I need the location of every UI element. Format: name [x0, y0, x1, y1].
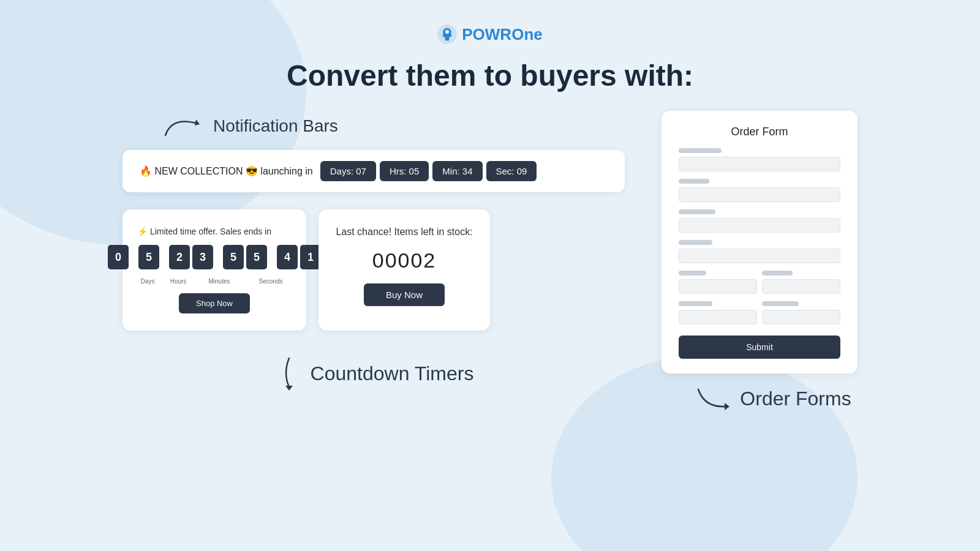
form-input-1[interactable] — [679, 157, 840, 171]
digit-3: 3 — [192, 245, 213, 269]
countdown-arrow-icon — [274, 355, 304, 392]
notif-pill-min: Min: 34 — [432, 161, 482, 181]
form-input-5b[interactable] — [762, 279, 840, 294]
digit-5: 5 — [138, 245, 159, 269]
notification-bar-text: 🔥 NEW COLLECTION 😎 launching in — [140, 165, 313, 177]
form-row-5 — [679, 271, 840, 294]
digit-1: 1 — [300, 245, 321, 269]
order-forms-label: Order Forms — [740, 388, 851, 410]
buy-now-button[interactable]: Buy Now — [364, 283, 445, 306]
svg-marker-2 — [195, 119, 200, 126]
notif-pill-sec: Sec: 09 — [486, 161, 537, 181]
form-label-5b — [762, 271, 793, 276]
logo: POWROne — [437, 24, 542, 44]
notification-bar-widget: 🔥 NEW COLLECTION 😎 launching in Days: 07… — [123, 150, 625, 192]
order-form-title: Order Form — [679, 126, 840, 138]
digit-4: 4 — [277, 245, 298, 269]
form-label-6b — [762, 301, 799, 306]
digit-2: 2 — [169, 245, 190, 269]
form-input-2[interactable] — [679, 187, 840, 202]
form-label-5a — [679, 271, 706, 276]
form-field-2 — [679, 179, 840, 202]
countdown-card-2: Last chance! Items left in stock: 00002 … — [318, 209, 490, 331]
powr-logo-icon — [437, 24, 457, 44]
form-label-2 — [679, 179, 709, 184]
notification-bar-pills: Days: 07 Hrs: 05 Min: 34 Sec: 09 — [320, 161, 537, 181]
svg-marker-3 — [285, 386, 293, 391]
notif-pill-hrs: Hrs: 05 — [380, 161, 429, 181]
order-forms-arrow-icon — [692, 383, 735, 414]
page-headline: Convert them to buyers with: — [287, 59, 693, 92]
digit-5b: 5 — [223, 245, 244, 269]
form-input-3[interactable] — [679, 218, 840, 233]
form-field-3 — [679, 209, 840, 233]
form-field-4 — [679, 240, 840, 263]
form-label-4 — [679, 240, 712, 245]
logo-text: POWROne — [462, 25, 542, 44]
form-field-1 — [679, 148, 840, 171]
shop-now-button[interactable]: Shop Now — [179, 293, 250, 313]
svg-marker-4 — [725, 403, 729, 410]
notification-bars-label: Notification Bars — [213, 116, 338, 136]
form-label-1 — [679, 148, 722, 153]
form-label-3 — [679, 209, 715, 214]
label-seconds: Seconds — [250, 278, 292, 285]
label-days: Days — [137, 278, 158, 285]
form-input-6b[interactable] — [762, 310, 840, 324]
countdown-card-1: ⚡ Limited time offer. Sales ends in 0 5 … — [123, 209, 306, 331]
countdown-timers-label: Countdown Timers — [311, 362, 474, 385]
form-input-5a[interactable] — [679, 279, 757, 294]
form-input-4[interactable] — [679, 249, 840, 263]
form-row-6 — [679, 301, 840, 324]
digit-row: 0 5 2 3 5 5 4 1 — [108, 245, 321, 269]
label-hours: Hours — [168, 278, 189, 285]
offer-text: ⚡ Limited time offer. Sales ends in — [137, 227, 271, 236]
form-input-6a[interactable] — [679, 310, 757, 324]
digit-5c: 5 — [246, 245, 267, 269]
digit-0: 0 — [108, 245, 129, 269]
submit-button[interactable]: Submit — [679, 335, 840, 359]
label-minutes: Minutes — [198, 278, 240, 285]
notification-arrow-icon — [159, 111, 208, 141]
last-chance-text: Last chance! Items left in stock: — [336, 227, 472, 238]
stock-number: 00002 — [372, 249, 437, 272]
notif-pill-days: Days: 07 — [320, 161, 376, 181]
form-label-6a — [679, 301, 712, 306]
order-form-card: Order Form — [662, 111, 858, 373]
svg-point-1 — [445, 30, 449, 34]
